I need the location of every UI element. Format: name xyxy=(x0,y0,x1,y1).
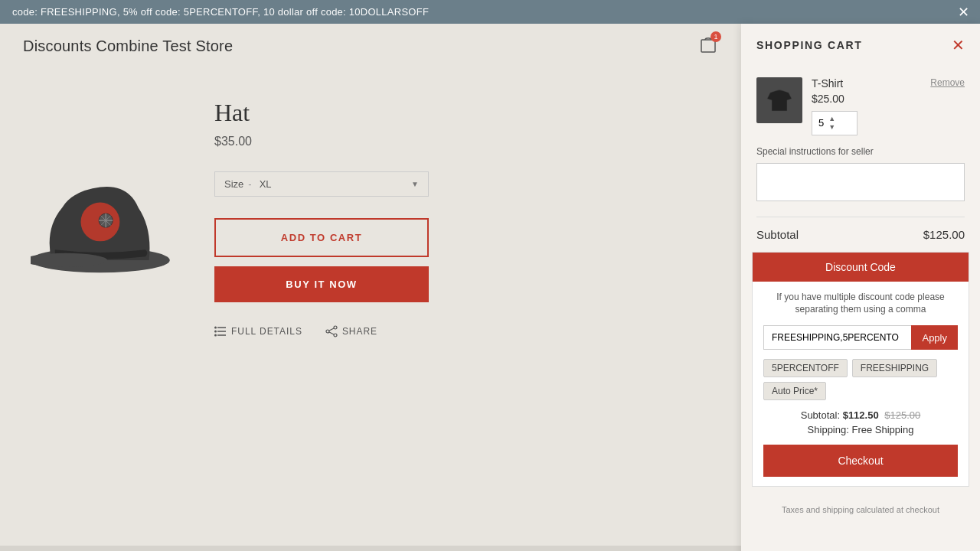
size-selector[interactable]: Size - XL ▼ xyxy=(214,171,429,197)
svg-point-13 xyxy=(214,327,217,329)
cart-title: SHOPPING CART xyxy=(756,39,863,51)
seller-instructions-label: Special instructions for seller xyxy=(756,146,965,157)
item-row: T-Shirt Remove xyxy=(812,77,965,93)
product-area: Hat $35.00 Size - XL ▼ ADD TO CART BUY I… xyxy=(0,68,741,390)
apply-discount-button[interactable]: Apply xyxy=(911,325,958,350)
tshirt-icon xyxy=(764,85,795,116)
product-image xyxy=(31,83,184,374)
discount-body: If you have multiple discount code pleas… xyxy=(753,282,969,487)
cart-close-button[interactable]: ✕ xyxy=(952,37,965,53)
subtotal-row: Subtotal $125.00 xyxy=(741,217,980,252)
item-info: T-Shirt Remove $25.00 5 ▲ ▼ xyxy=(812,77,965,135)
quantity-value: 5 xyxy=(818,117,824,129)
discount-tags: 5PERCENTOFFFREESHIPPINGAuto Price* xyxy=(763,359,958,400)
share-label: SHARE xyxy=(342,326,377,337)
cart-badge: 1 xyxy=(710,31,721,42)
old-subtotal: $125.00 xyxy=(884,409,920,421)
subtotal-amount: $125.00 xyxy=(923,228,965,241)
full-details-label: FULL DETAILS xyxy=(231,326,302,337)
cart-panel: SHOPPING CART ✕ T-Shirt Remove $25.00 5 xyxy=(741,24,980,551)
discount-section: Discount Code If you have multiple disco… xyxy=(752,252,969,487)
discount-title: Discount Code xyxy=(825,261,896,273)
announcement-text: code: FREESHIPPING, 5% off code: 5PERCEN… xyxy=(12,6,429,18)
store-area: Discounts Combine Test Store 1 xyxy=(0,24,741,546)
size-label: Size xyxy=(224,178,243,190)
quantity-arrows[interactable]: ▲ ▼ xyxy=(828,115,835,132)
taxes-note: Taxes and shipping calculated at checkou… xyxy=(741,497,980,522)
discount-input-row: Apply xyxy=(763,325,958,350)
cart-icon-button[interactable]: 1 xyxy=(698,34,718,57)
svg-point-14 xyxy=(214,331,217,333)
product-name: Hat xyxy=(214,99,710,127)
svg-point-15 xyxy=(214,334,217,337)
seller-instructions-input[interactable] xyxy=(756,163,965,201)
action-links: FULL DETAILS SHARE xyxy=(214,325,710,337)
chevron-down-icon: ▼ xyxy=(411,180,419,188)
svg-point-16 xyxy=(334,326,337,329)
discount-header: Discount Code xyxy=(753,253,969,282)
product-thumbnail xyxy=(756,77,802,123)
new-subtotal: $112.50 xyxy=(843,409,879,421)
buy-now-button[interactable]: BUY IT NOW xyxy=(214,266,429,302)
full-details-link[interactable]: FULL DETAILS xyxy=(214,325,302,337)
share-link[interactable]: SHARE xyxy=(325,325,377,337)
svg-line-20 xyxy=(329,332,334,334)
item-price: $25.00 xyxy=(812,93,965,105)
announcement-bar: code: FREESHIPPING, 5% off code: 5PERCEN… xyxy=(0,0,980,24)
svg-point-18 xyxy=(334,334,337,337)
item-name: T-Shirt xyxy=(812,77,843,90)
cart-header: SHOPPING CART ✕ xyxy=(741,24,980,67)
size-value: XL xyxy=(260,178,272,190)
shipping-value: Free Shipping xyxy=(851,424,913,435)
remove-item-button[interactable]: Remove xyxy=(930,77,965,88)
shipping-label: Shipping: xyxy=(808,424,852,435)
list-icon xyxy=(214,326,227,337)
checkout-button[interactable]: Checkout xyxy=(763,445,958,477)
share-icon xyxy=(325,325,338,337)
item-quantity-stepper[interactable]: 5 ▲ ▼ xyxy=(812,111,858,135)
cart-item: T-Shirt Remove $25.00 5 ▲ ▼ xyxy=(741,67,980,146)
discount-instructions: If you have multiple discount code pleas… xyxy=(763,291,958,317)
auto-price-tag: Auto Price* xyxy=(763,382,826,400)
store-title: Discounts Combine Test Store xyxy=(23,37,233,55)
subtotal-label: Subtotal xyxy=(756,228,799,241)
discount-code-input[interactable] xyxy=(763,325,911,350)
seller-instructions: Special instructions for seller xyxy=(741,146,980,217)
product-price: $35.00 xyxy=(214,135,710,148)
discounted-subtotal: Subtotal: $112.50 $125.00 xyxy=(763,409,958,421)
svg-point-17 xyxy=(326,330,329,333)
add-to-cart-button[interactable]: ADD TO CART xyxy=(214,218,429,257)
product-details: Hat $35.00 Size - XL ▼ ADD TO CART BUY I… xyxy=(214,83,710,374)
discount-tag: FREESHIPPING xyxy=(852,359,937,377)
hat-svg xyxy=(31,145,184,313)
shipping-info: Shipping: Free Shipping xyxy=(763,424,958,435)
announcement-close-button[interactable]: ✕ xyxy=(958,5,969,19)
store-header: Discounts Combine Test Store 1 xyxy=(0,24,741,68)
svg-line-19 xyxy=(329,328,334,331)
discount-tag: 5PERCENTOFF xyxy=(763,359,848,377)
